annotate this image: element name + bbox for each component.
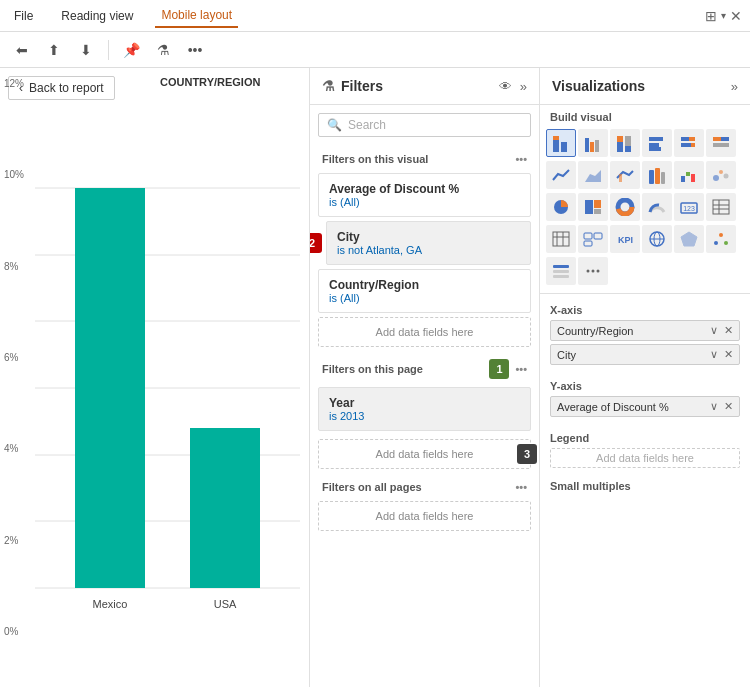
viz-icon-card[interactable]: 123 [674,193,704,221]
viz-icon-map[interactable] [642,225,672,253]
menu-mobile-layout[interactable]: Mobile layout [155,4,238,28]
yaxis-discount-remove[interactable]: ✕ [724,400,733,413]
svg-rect-7 [75,188,145,588]
badge-1: 1 [489,359,509,379]
viz-icon-clustered-bar[interactable] [578,129,608,157]
search-input[interactable] [348,118,522,132]
y-label-12: 12% [4,78,31,89]
add-data-page[interactable]: Add data fields here [318,439,531,469]
filters-page-more[interactable]: ••• [515,363,527,375]
filters-visual-more[interactable]: ••• [515,153,527,165]
viz-icon-filled-map[interactable] [674,225,704,253]
svg-text:USA: USA [214,598,237,610]
viz-icon-ribbon[interactable] [642,161,672,189]
viz-icon-more[interactable] [578,257,608,285]
legend-add-field[interactable]: Add data fields here [550,448,740,468]
viz-icons-row-2 [540,161,750,193]
viz-icon-gauge[interactable] [642,193,672,221]
viz-icon-pie[interactable] [546,193,576,221]
toolbar-pin[interactable]: 📌 [117,36,145,64]
expand-icon[interactable]: » [520,79,527,94]
svg-rect-21 [649,137,663,141]
viz-icon-horiz-100[interactable] [706,129,736,157]
viz-header: Visualizations » [540,68,750,105]
svg-rect-8 [190,428,260,588]
filter-city-wrapper: 2 City is not Atlanta, GA [310,221,539,265]
viz-icon-100pct-bar[interactable] [610,129,640,157]
svg-point-73 [597,270,600,273]
country-region-label: COUNTRY/REGION [160,76,260,88]
viz-icon-scatter[interactable] [706,161,736,189]
y-label-0: 0% [4,626,31,637]
top-icon-1[interactable]: ⊞ [705,8,717,24]
viz-icon-donut[interactable] [610,193,640,221]
xaxis-city[interactable]: City ∨ ✕ [550,344,740,365]
viz-icon-line[interactable] [546,161,576,189]
svg-text:Mexico: Mexico [93,598,128,610]
xaxis-country-remove[interactable]: ✕ [724,324,733,337]
viz-icon-horiz-stacked[interactable] [674,129,704,157]
visibility-icon[interactable]: 👁 [499,79,512,94]
viz-icons-row-1 [540,129,750,161]
filters-visual-section: Filters on this visual ••• [310,145,539,169]
add-data-all[interactable]: Add data fields here [318,501,531,531]
viz-icon-multicard[interactable] [578,225,608,253]
filter-year[interactable]: Year is 2013 [318,387,531,431]
viz-icon-area[interactable] [578,161,608,189]
add-data-visual[interactable]: Add data fields here [318,317,531,347]
svg-rect-20 [625,136,631,146]
viz-icon-horiz-bar[interactable] [642,129,672,157]
top-chevron[interactable]: ▾ [721,10,726,21]
filter-city[interactable]: City is not Atlanta, GA [326,221,531,265]
svg-rect-14 [585,138,589,152]
viz-icon-matrix[interactable] [546,225,576,253]
filter-discount[interactable]: Average of Discount % is (All) [318,173,531,217]
xaxis-city-expand[interactable]: ∨ [710,348,718,361]
svg-point-67 [724,241,728,245]
toolbar-up[interactable]: ⬆ [40,36,68,64]
xaxis-country[interactable]: Country/Region ∨ ✕ [550,320,740,341]
viz-icons-row-3: 123 [540,193,750,225]
svg-rect-70 [553,275,569,278]
filters-all-section: Filters on all pages ••• [310,473,539,497]
toolbar-filter[interactable]: ⚗ [149,36,177,64]
viz-icon-waterfall[interactable] [674,161,704,189]
toolbar-back[interactable]: ⬅ [8,36,36,64]
svg-text:KPI: KPI [618,235,633,245]
viz-icon-kpi[interactable]: KPI [610,225,640,253]
svg-rect-30 [713,143,729,147]
y-label-10: 10% [4,169,31,180]
viz-icon-slicer[interactable] [546,257,576,285]
badge-2: 2 [310,233,322,253]
filter-icon: ⚗ [322,78,335,94]
yaxis-discount-expand[interactable]: ∨ [710,400,718,413]
viz-icon-table[interactable] [706,193,736,221]
viz-icon-line-clustered[interactable] [610,161,640,189]
viz-icon-stacked-bar[interactable] [546,129,576,157]
svg-rect-12 [553,136,559,140]
menu-reading-view[interactable]: Reading view [55,5,139,27]
viz-expand-icon[interactable]: » [731,79,738,94]
svg-rect-37 [686,172,690,176]
filters-header-icons: 👁 » [499,79,527,94]
svg-rect-18 [617,136,623,142]
menu-file[interactable]: File [8,5,39,27]
svg-point-72 [592,270,595,273]
toolbar-down[interactable]: ⬇ [72,36,100,64]
viz-divider [540,293,750,294]
search-icon: 🔍 [327,118,342,132]
top-icon-2[interactable]: ✕ [730,8,742,24]
yaxis-discount[interactable]: Average of Discount % ∨ ✕ [550,396,740,417]
viz-icon-custom[interactable] [706,225,736,253]
y-label-8: 8% [4,261,31,272]
viz-icon-treemap[interactable] [578,193,608,221]
xaxis-country-expand[interactable]: ∨ [710,324,718,337]
xaxis-city-remove[interactable]: ✕ [724,348,733,361]
svg-rect-45 [594,209,601,214]
svg-rect-44 [594,200,601,208]
toolbar-more[interactable]: ••• [181,36,209,64]
filters-all-more[interactable]: ••• [515,481,527,493]
svg-rect-69 [553,270,569,273]
filters-header: ⚗ Filters 👁 » [310,68,539,105]
filter-country[interactable]: Country/Region is (All) [318,269,531,313]
